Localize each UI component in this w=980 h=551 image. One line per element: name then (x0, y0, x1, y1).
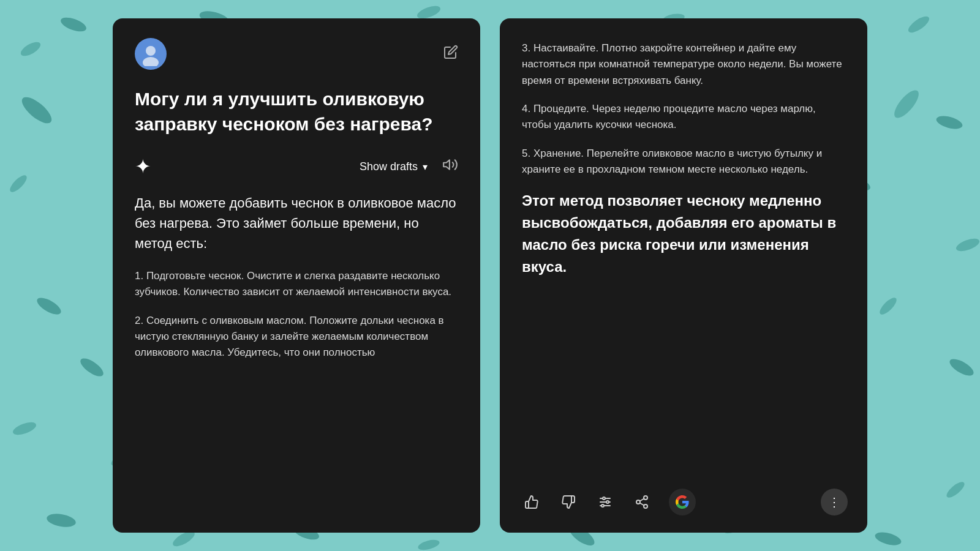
edit-icon[interactable] (443, 45, 458, 63)
step3-text: 3. Настаивайте. Плотно закройте контейне… (522, 40, 845, 89)
svg-point-39 (143, 57, 159, 66)
step2-text: 2. Соединить с оливковым маслом. Положит… (135, 313, 458, 361)
svg-line-51 (640, 499, 644, 501)
chevron-down-icon: ▾ (423, 161, 428, 173)
thumbs-up-button[interactable] (519, 490, 544, 514)
left-card: Могу ли я улучшить оливковую заправку че… (113, 18, 480, 533)
cards-container: Могу ли я улучшить оливковую заправку че… (0, 0, 980, 551)
svg-point-46 (601, 504, 604, 507)
svg-point-45 (606, 501, 609, 503)
show-drafts-button[interactable]: Show drafts ▾ (360, 160, 428, 173)
conclusion-text: Этот метод позволяет чесноку медленно вы… (522, 190, 845, 278)
audio-icon[interactable] (442, 157, 458, 176)
gemini-row: ✦ Show drafts ▾ (135, 155, 458, 178)
google-button[interactable] (669, 489, 696, 515)
right-card: 3. Настаивайте. Плотно закройте контейне… (500, 18, 867, 533)
gemini-star-icon: ✦ (135, 155, 151, 178)
more-icon: ⋮ (828, 495, 840, 509)
card-header (135, 38, 458, 70)
thumbs-down-button[interactable] (556, 490, 581, 514)
share-button[interactable] (630, 490, 654, 514)
step4-text: 4. Процедите. Через неделю процедите мас… (522, 101, 845, 133)
card-footer: ⋮ (519, 489, 848, 515)
answer-intro-text: Да, вы можете добавить чеснок в оливково… (135, 193, 458, 253)
svg-marker-40 (443, 160, 450, 169)
show-drafts-label: Show drafts (360, 160, 418, 173)
step5-text: 5. Хранение. Перелейте оливковое масло в… (522, 146, 845, 178)
svg-point-44 (603, 497, 605, 500)
svg-point-38 (146, 46, 156, 56)
avatar (135, 38, 167, 70)
step1-text: 1. Подготовьте чеснок. Очистите и слегка… (135, 268, 458, 301)
question-text: Могу ли я улучшить оливковую заправку че… (135, 87, 458, 137)
settings-button[interactable] (593, 490, 617, 514)
svg-line-50 (640, 503, 644, 506)
more-options-button[interactable]: ⋮ (821, 489, 848, 515)
